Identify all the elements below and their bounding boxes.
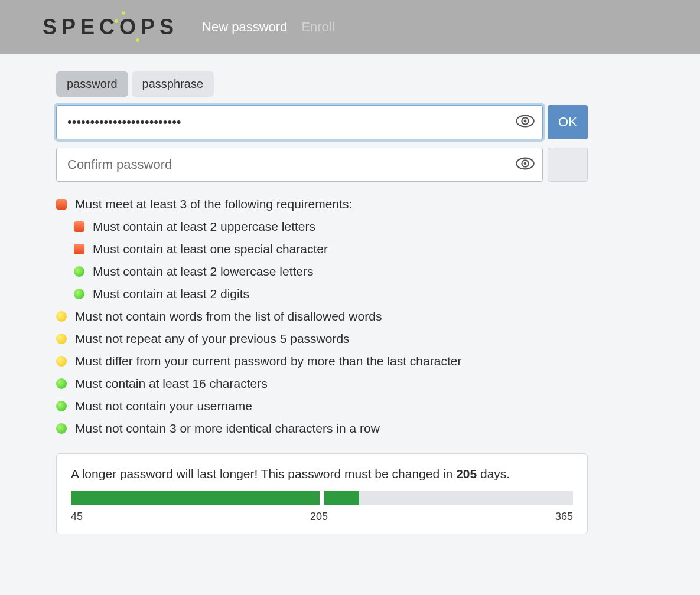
confirm-input-wrap (56, 148, 543, 182)
specops-logo: SPECOPS (43, 15, 178, 40)
rule-item: Must contain at least 2 digits (74, 287, 588, 301)
status-icon (56, 378, 67, 389)
rules-header-text: Must meet at least 3 of the following re… (75, 197, 352, 211)
password-input-wrap (56, 105, 543, 139)
svg-point-2 (524, 120, 527, 123)
status-icon (56, 401, 67, 411)
confirm-ok-button[interactable] (548, 148, 588, 182)
longevity-bar-seg2 (324, 491, 573, 505)
longevity-days: 205 (456, 467, 477, 480)
rule-text: Must not contain words from the list of … (75, 309, 382, 323)
nav-enroll[interactable]: Enroll (301, 19, 334, 35)
rule-text: Must not repeat any of your previous 5 p… (75, 332, 350, 346)
rule-item: Must not contain your username (56, 399, 588, 413)
status-icon (56, 356, 67, 367)
rule-text: Must contain at least 16 characters (75, 377, 268, 391)
longevity-prefix: A longer password will last longer! This… (71, 467, 456, 480)
tab-password[interactable]: password (56, 71, 128, 97)
status-icon (74, 244, 84, 254)
ok-button[interactable]: OK (548, 105, 588, 139)
rule-text: Must not contain 3 or more identical cha… (75, 421, 380, 436)
rules-header: Must meet at least 3 of the following re… (56, 197, 588, 211)
longevity-min: 45 (71, 511, 83, 523)
rule-text: Must differ from your current password b… (75, 354, 461, 368)
rule-item: Must not contain words from the list of … (56, 309, 588, 323)
rule-text: Must contain at least one special charac… (93, 242, 328, 256)
rules-list: Must meet at least 3 of the following re… (56, 197, 588, 436)
rule-item: Must contain at least one special charac… (74, 242, 588, 256)
status-icon (56, 311, 67, 322)
app-header: SPECOPS New password Enroll (0, 0, 700, 54)
rule-text: Must not contain your username (75, 399, 252, 413)
rule-text: Must contain at least 2 lowercase letter… (93, 264, 314, 279)
status-icon (74, 289, 84, 299)
header-nav: New password Enroll (202, 19, 335, 35)
rule-item: Must not contain 3 or more identical cha… (56, 421, 588, 436)
longevity-message: A longer password will last longer! This… (71, 467, 573, 481)
rule-item: Must contain at least 2 uppercase letter… (74, 220, 588, 234)
longevity-bar (71, 491, 573, 505)
toggle-visibility-confirm-icon[interactable] (516, 157, 535, 172)
status-icon (74, 266, 84, 277)
svg-point-5 (524, 162, 527, 165)
main-content: password passphrase OK Must meet at leas… (56, 71, 588, 534)
status-icon (56, 334, 67, 344)
toggle-visibility-password-icon[interactable] (516, 115, 535, 130)
rule-item: Must contain at least 2 lowercase letter… (74, 264, 588, 279)
password-row: OK (56, 105, 588, 139)
confirm-password-input[interactable] (56, 148, 543, 182)
status-icon (74, 221, 84, 232)
confirm-password-row (56, 148, 588, 182)
status-icon (56, 199, 67, 210)
longevity-bar-labels: 45 205 365 (71, 511, 573, 523)
longevity-bar-seg1 (71, 491, 320, 505)
password-type-tabs: password passphrase (56, 71, 588, 97)
password-longevity-box: A longer password will last longer! This… (56, 453, 588, 534)
rule-item: Must differ from your current password b… (56, 354, 588, 368)
password-input[interactable] (56, 105, 543, 139)
nav-new-password[interactable]: New password (202, 19, 287, 35)
longevity-suffix: days. (477, 467, 510, 480)
longevity-max: 365 (555, 511, 573, 523)
status-icon (56, 423, 67, 434)
rule-item: Must not repeat any of your previous 5 p… (56, 332, 588, 346)
rule-text: Must contain at least 2 digits (93, 287, 249, 301)
rule-text: Must contain at least 2 uppercase letter… (93, 220, 315, 234)
rule-item: Must contain at least 16 characters (56, 377, 588, 391)
longevity-current: 205 (310, 511, 328, 523)
tab-passphrase[interactable]: passphrase (132, 71, 214, 97)
